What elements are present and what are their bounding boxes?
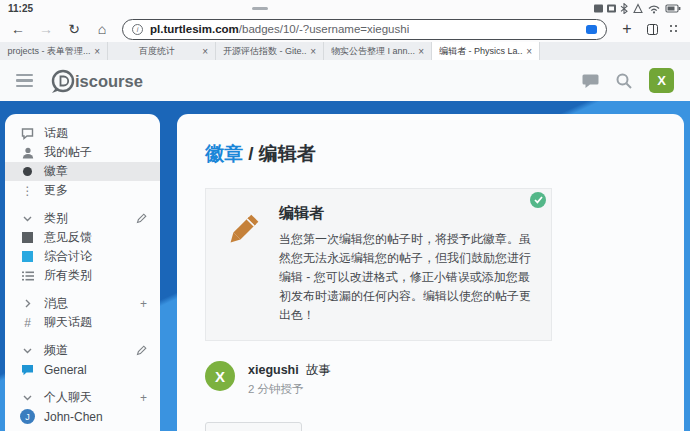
back-icon[interactable]: ←: [10, 22, 26, 36]
page-title: 编辑者: [259, 143, 316, 164]
svg-text:iscourse: iscourse: [75, 72, 143, 90]
chevron-down-icon: [20, 216, 35, 222]
discourse-logo[interactable]: iscourse: [49, 67, 149, 95]
badge-description: 当您第一次编辑您的帖子时，将授予此徽章。虽然您无法永远编辑您的帖子，但我们鼓励您…: [279, 230, 533, 325]
url-path: /badges/10/-?username=xiegushi: [239, 23, 409, 35]
header-actions: X: [582, 68, 674, 93]
sidebar-item-general-discussion[interactable]: 综合讨论: [5, 247, 160, 266]
forward-icon[interactable]: →: [38, 22, 54, 36]
browser-menu-icon[interactable]: [670, 25, 678, 33]
page-info-icon[interactable]: i: [132, 24, 143, 35]
tab-baidu-stats[interactable]: 百度统计 ×: [108, 42, 216, 60]
url-host: pl.turtlesim.com: [150, 23, 239, 35]
search-icon[interactable]: [616, 73, 632, 89]
badge-circle-icon: [20, 167, 35, 176]
close-icon[interactable]: ×: [418, 46, 424, 57]
grantee-avatar[interactable]: X: [205, 361, 235, 391]
sidebar-item-general-channel[interactable]: General: [5, 360, 160, 379]
earned-check-icon: [530, 192, 546, 208]
sidebar-item-feedback[interactable]: 意见反馈: [5, 228, 160, 247]
user-avatar[interactable]: X: [649, 68, 674, 93]
status-bar: 11:25: [0, 0, 690, 16]
grant-info: xiegushi故事 2 分钟授予: [248, 361, 331, 397]
sidebar-item-chat-topics[interactable]: # 聊天话题: [5, 313, 160, 332]
alert-icon: [634, 4, 642, 12]
grant-row: X xiegushi故事 2 分钟授予: [205, 361, 656, 397]
browser-toolbar: ← → ↻ ⌂ i pl.turtlesim.com/badges/10/-?u…: [0, 16, 690, 42]
sidebar-section-categories[interactable]: 类别: [5, 209, 160, 228]
close-icon[interactable]: ×: [94, 46, 100, 57]
grantee-name[interactable]: xiegushi故事: [248, 361, 331, 379]
url-text[interactable]: pl.turtlesim.com/badges/10/-?username=xi…: [150, 23, 409, 35]
plus-icon[interactable]: +: [140, 297, 147, 311]
sidebar-item-john-chen[interactable]: J John-Chen: [5, 407, 160, 426]
clock: 11:25: [8, 3, 33, 14]
tab-opensource-index[interactable]: 开源评估指数 - Gite... ×: [216, 42, 324, 60]
tab-strip: projects - 表单管理... × 百度统计 × 开源评估指数 - Git…: [0, 42, 690, 60]
tab-switcher-icon[interactable]: [647, 24, 658, 35]
close-icon[interactable]: ×: [310, 46, 316, 57]
breadcrumb-separator: /: [243, 143, 259, 164]
chat-bubble-icon: [20, 364, 35, 376]
sidebar-section-messages[interactable]: 消息 +: [5, 294, 160, 313]
grantee-username[interactable]: xiegushi: [248, 363, 299, 377]
comment-icon: [20, 128, 35, 140]
hamburger-menu-icon[interactable]: [16, 74, 33, 87]
ellipsis-vertical-icon: ⋮: [20, 184, 35, 198]
reload-icon[interactable]: ↻: [66, 22, 82, 36]
chat-icon[interactable]: [582, 73, 599, 89]
badge-card: 编辑者 当您第一次编辑您的帖子时，将授予此徽章。虽然您无法永远编辑您的帖子，但我…: [205, 188, 552, 341]
screenshot-icon: [594, 4, 603, 12]
bookmark-action-icon[interactable]: [586, 25, 597, 34]
sidebar-section-personal-chat[interactable]: 个人聊天 +: [5, 388, 160, 407]
grantee-display-name: 故事: [306, 363, 331, 377]
list-icon: [20, 271, 35, 281]
system-status-icons: [594, 3, 682, 14]
close-icon[interactable]: ×: [202, 46, 208, 57]
avatar: J: [20, 409, 35, 424]
page-background: 话题 我的帖子 徽章 ⋮ 更多 类别: [0, 101, 690, 431]
tab-announcements[interactable]: 物实公告整理 I ann... ×: [324, 42, 432, 60]
status-icons: [594, 3, 682, 14]
badge-title: 编辑者: [279, 204, 533, 223]
user-icon: [20, 147, 35, 159]
tab-editor-badge-active[interactable]: 编辑者 - Physics La... ×: [432, 42, 540, 60]
close-icon[interactable]: ×: [526, 46, 532, 57]
pencil-icon[interactable]: [136, 213, 147, 224]
breadcrumb: 徽章 / 编辑者: [205, 141, 656, 167]
wifi-icon: [649, 6, 659, 8]
sidebar-item-badges[interactable]: 徽章: [5, 162, 160, 181]
pencil-icon: [222, 204, 266, 325]
chevron-right-icon: [20, 299, 35, 308]
chevron-down-icon: [20, 348, 35, 354]
hash-icon: #: [20, 316, 35, 330]
breadcrumb-badges-link[interactable]: 徽章: [205, 143, 243, 164]
plus-icon[interactable]: +: [140, 391, 147, 405]
main-panel: 徽章 / 编辑者 编辑者 当您第一次编辑您的帖子时，将授予此: [177, 114, 684, 431]
bluetooth-icon: [621, 3, 627, 13]
sidebar-section-channels[interactable]: 频道: [5, 341, 160, 360]
home-icon[interactable]: ⌂: [94, 22, 110, 36]
grant-timestamp: 2 分钟授予: [248, 382, 331, 397]
chevron-down-icon: [20, 395, 35, 401]
category-square-icon: [20, 232, 35, 243]
tablet-screen: 11:25 ← → ↻ ⌂ i pl.turtlesim.: [0, 0, 690, 431]
badge-card-body: 编辑者 当您第一次编辑您的帖子时，将授予此徽章。虽然您无法永远编辑您的帖子，但我…: [279, 204, 533, 325]
tab-projects[interactable]: projects - 表单管理... ×: [0, 42, 108, 60]
site-header: iscourse X: [0, 60, 690, 101]
sidebar-item-all-categories[interactable]: 所有类别: [5, 266, 160, 285]
pencil-icon[interactable]: [136, 345, 147, 356]
sidebar-item-my-posts[interactable]: 我的帖子: [5, 143, 160, 162]
new-tab-icon[interactable]: +: [619, 21, 635, 37]
granted-others-button[interactable]: 授予他人 1 次: [205, 422, 302, 431]
category-square-icon: [20, 251, 35, 262]
sidebar-item-topics[interactable]: 话题: [5, 124, 160, 143]
sidebar: 话题 我的帖子 徽章 ⋮ 更多 类别: [5, 114, 160, 431]
address-bar[interactable]: i pl.turtlesim.com/badges/10/-?username=…: [122, 19, 607, 40]
camera-notch-handle: [252, 7, 268, 10]
sidebar-item-more[interactable]: ⋮ 更多: [5, 181, 160, 200]
